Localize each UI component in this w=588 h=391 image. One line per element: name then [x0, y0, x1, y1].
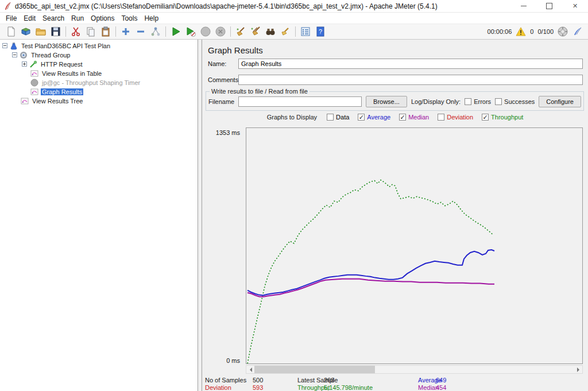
- checkbox-box-checked: [482, 114, 489, 121]
- save-icon: [50, 26, 61, 37]
- clear-all-button[interactable]: [248, 25, 263, 38]
- cut-icon: [70, 26, 82, 37]
- menubar: File Edit Search Run Options Tools Help: [0, 13, 588, 24]
- restart-icon: [150, 26, 161, 37]
- search-button[interactable]: [263, 25, 278, 38]
- new-file-icon: [5, 26, 17, 37]
- menu-run[interactable]: Run: [68, 13, 87, 24]
- restart-button[interactable]: [148, 25, 163, 38]
- configure-button[interactable]: Configure: [539, 96, 581, 107]
- successes-checkbox[interactable]: Successes: [495, 98, 535, 105]
- save-button[interactable]: [48, 25, 63, 38]
- scroll-left-arrow-icon[interactable]: [246, 366, 254, 373]
- warning-count: 0: [530, 28, 533, 35]
- function-helper-icon: [300, 26, 311, 37]
- remove-button[interactable]: [133, 25, 148, 38]
- scrollbar-thumb[interactable]: [254, 366, 375, 373]
- tree-item-http-request[interactable]: HTTP Request: [0, 60, 198, 68]
- open-button[interactable]: [33, 25, 48, 38]
- average-checkbox[interactable]: Average: [358, 114, 390, 121]
- templates-icon: [20, 26, 32, 37]
- svg-text:?: ?: [319, 28, 322, 35]
- paste-button[interactable]: [98, 25, 113, 38]
- name-input[interactable]: [238, 59, 583, 69]
- menu-tools[interactable]: Tools: [118, 13, 141, 24]
- collapse-icon[interactable]: [12, 52, 17, 57]
- deviation-label: Deviation: [447, 114, 473, 121]
- remote-threads-icon[interactable]: [558, 26, 568, 37]
- throughput-checkbox[interactable]: Throughput: [482, 114, 523, 121]
- average-label: Average: [367, 114, 390, 121]
- filename-input[interactable]: [238, 96, 362, 107]
- tree-item-view-results-table[interactable]: View Results in Table: [0, 69, 198, 78]
- toolbar-separator: [230, 26, 231, 37]
- tree-item-thread-group[interactable]: Thread Group: [0, 51, 198, 59]
- comments-input[interactable]: [238, 75, 583, 85]
- stop-button[interactable]: [198, 25, 213, 38]
- collapse-icon[interactable]: [2, 43, 7, 48]
- help-button[interactable]: ?: [313, 25, 328, 38]
- browse-button[interactable]: Browse...: [366, 96, 407, 107]
- search-reset-button[interactable]: [278, 25, 293, 38]
- chart-region: 1353 ms 0 ms: [202, 126, 588, 378]
- toolbar-separator: [115, 26, 116, 37]
- templates-button[interactable]: [18, 25, 33, 38]
- cut-button[interactable]: [68, 25, 83, 38]
- splitter[interactable]: [198, 40, 202, 391]
- start-button[interactable]: [168, 25, 183, 38]
- toolbar-separator: [65, 26, 66, 37]
- jmeter-window: d365bc_api_test_v2.jmx (C:\Users\Stefano…: [0, 0, 588, 391]
- horizontal-scrollbar[interactable]: [246, 365, 583, 374]
- function-helper-button[interactable]: [298, 25, 313, 38]
- tree-item-view-results-tree[interactable]: View Results Tree: [0, 96, 198, 105]
- scrollbar-track[interactable]: [254, 366, 574, 373]
- clear-button[interactable]: [233, 25, 248, 38]
- thread-group-icon: [20, 51, 28, 59]
- tree-item-label: Test PlanD365BC API Test Plan: [20, 42, 111, 49]
- start-no-timers-button[interactable]: [183, 25, 198, 38]
- median-checkbox[interactable]: Median: [399, 114, 429, 121]
- copy-button[interactable]: [83, 25, 98, 38]
- tree-item-label: jp@gc - Throughput Shaping Timer: [41, 79, 141, 86]
- maximize-button[interactable]: [536, 0, 562, 12]
- tree-item-test-plan[interactable]: Test PlanD365BC API Test Plan: [0, 41, 198, 50]
- new-file-button[interactable]: [3, 25, 18, 38]
- expand-icon[interactable]: [22, 61, 27, 67]
- menu-options[interactable]: Options: [87, 13, 118, 24]
- data-checkbox[interactable]: Data: [327, 114, 349, 121]
- menu-edit[interactable]: Edit: [20, 13, 39, 24]
- clear-all-icon: [250, 26, 261, 37]
- graphs-to-display-row: Graphs to Display Data Average Median De…: [202, 114, 588, 121]
- name-label: Name:: [208, 60, 238, 67]
- jmeter-logo-icon: [3, 2, 11, 11]
- median-label: Median: [408, 114, 429, 121]
- write-results-groupbox: Write results to file / Read from file F…: [206, 88, 584, 111]
- tree-item-graph-results[interactable]: Graph Results: [0, 87, 198, 96]
- checkbox-box: [465, 98, 471, 105]
- graphs-to-display-label: Graphs to Display: [267, 114, 317, 121]
- help-icon: ?: [315, 26, 326, 37]
- menu-help[interactable]: Help: [141, 13, 162, 24]
- open-folder-icon: [35, 26, 47, 37]
- shutdown-button[interactable]: [213, 25, 228, 38]
- main-area: Test PlanD365BC API Test Plan Thread Gro…: [0, 40, 588, 391]
- data-label: Data: [336, 114, 349, 121]
- menu-file[interactable]: File: [2, 13, 20, 24]
- tree-item-throughput-shaping-timer[interactable]: jp@gc - Throughput Shaping Timer: [0, 78, 198, 87]
- scroll-right-arrow-icon[interactable]: [574, 366, 582, 373]
- add-button[interactable]: [118, 25, 133, 38]
- errors-checkbox[interactable]: Errors: [465, 98, 491, 105]
- warning-triangle-icon[interactable]: [516, 27, 526, 36]
- toolbar-separator: [295, 26, 296, 37]
- menu-search[interactable]: Search: [39, 13, 68, 24]
- toolbar-separator: [165, 26, 166, 37]
- latest-sample-value: 268: [324, 377, 334, 384]
- window-controls: [510, 0, 588, 12]
- minimize-button[interactable]: [510, 0, 536, 12]
- close-button[interactable]: [562, 0, 588, 12]
- deviation-checkbox[interactable]: Deviation: [438, 114, 473, 121]
- tree-item-label-selected: Graph Results: [41, 88, 83, 95]
- filename-label: Filename: [208, 98, 234, 105]
- groupbox-legend: Write results to file / Read from file: [210, 88, 310, 95]
- stop-icon: [200, 26, 211, 37]
